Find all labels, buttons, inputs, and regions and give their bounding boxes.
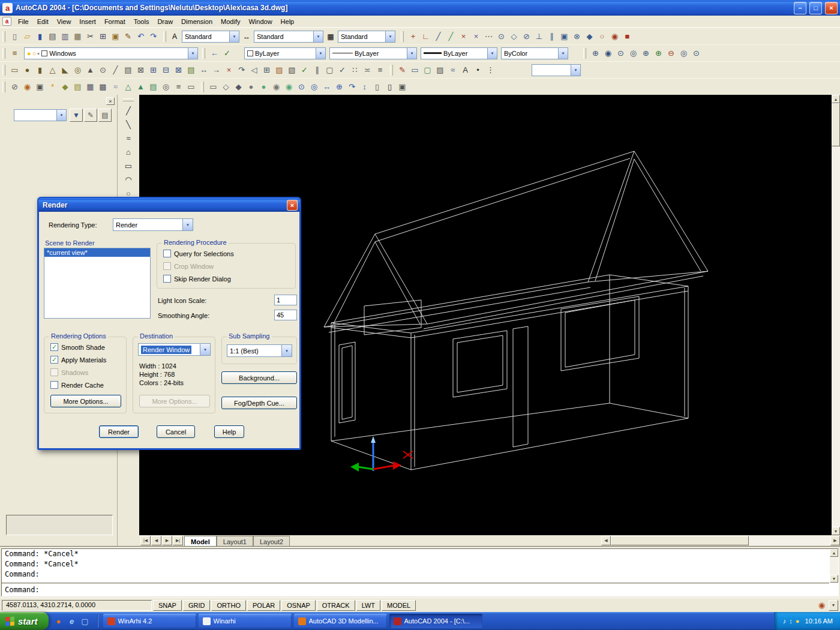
- dropdown-arrow-icon[interactable]: ▼: [487, 48, 497, 59]
- zoom-dynamic-icon[interactable]: ◉: [602, 47, 614, 59]
- menu-edit[interactable]: Edit: [33, 17, 53, 26]
- make-objects-layer-current-icon[interactable]: ✓: [221, 47, 233, 59]
- text-style-combo[interactable]: Standard ▼: [182, 31, 239, 43]
- wipeout-icon[interactable]: ▨: [434, 64, 446, 76]
- temporary-track-point-icon[interactable]: +: [407, 30, 419, 43]
- polar-toggle[interactable]: POLAR: [247, 600, 280, 611]
- dropdown-arrow-icon[interactable]: ▼: [182, 219, 193, 230]
- dropdown-arrow-icon[interactable]: ▼: [281, 345, 292, 356]
- list-item[interactable]: *current view*: [44, 248, 150, 257]
- communication-center-icon[interactable]: ◉: [818, 601, 825, 610]
- command-scrollbar[interactable]: ▲ ▼: [830, 549, 838, 583]
- mirror-3d-icon[interactable]: ≍: [361, 64, 374, 76]
- open-file-icon[interactable]: ▱: [21, 30, 34, 43]
- polygon-icon[interactable]: ⌂: [122, 146, 135, 158]
- prev-tab-button[interactable]: ◀: [151, 536, 161, 545]
- sphere-icon[interactable]: ●: [21, 64, 34, 76]
- flat-shaded-edges-icon[interactable]: ◉: [270, 80, 283, 93]
- scroll-up-icon[interactable]: ▲: [832, 95, 840, 103]
- point-icon[interactable]: •: [472, 64, 484, 76]
- menu-dimension[interactable]: Dimension: [177, 17, 217, 26]
- front-clip-icon[interactable]: ▯: [371, 80, 383, 93]
- snap-to-apparent-intersection-icon[interactable]: ×: [470, 30, 482, 43]
- dropdown-arrow-icon[interactable]: ▼: [229, 31, 239, 42]
- cylinder-icon[interactable]: ▮: [34, 64, 46, 76]
- revision-cloud-icon[interactable]: ≈: [122, 132, 135, 145]
- shell-icon[interactable]: ▢: [323, 64, 336, 76]
- camera-icon[interactable]: ▣: [396, 80, 409, 93]
- dropdown-arrow-icon[interactable]: ▼: [316, 48, 325, 59]
- section-icon[interactable]: ▤: [122, 64, 134, 76]
- zoom-extents-icon[interactable]: ⊙: [690, 47, 703, 59]
- 3d-pan-icon[interactable]: ↔: [320, 80, 333, 93]
- osnap-settings-icon[interactable]: ◉: [608, 30, 621, 43]
- firefox-icon[interactable]: ●: [53, 616, 64, 626]
- snap-to-none-icon[interactable]: ○: [596, 30, 608, 43]
- status-tray-arrow-icon[interactable]: ▼: [829, 600, 838, 611]
- revision-cloud-icon[interactable]: ≈: [446, 64, 459, 76]
- more-options-button[interactable]: More Options...: [50, 395, 121, 407]
- 3d-wireframe-icon[interactable]: ◇: [220, 80, 232, 93]
- copy-icon[interactable]: ⊞: [97, 30, 109, 43]
- dropdown-arrow-icon[interactable]: ▼: [56, 110, 66, 121]
- construction-line-icon[interactable]: ╲: [122, 118, 135, 131]
- line-icon[interactable]: ╱: [122, 104, 135, 117]
- save-icon[interactable]: ▮: [34, 30, 46, 43]
- zoom-scale-icon[interactable]: ⊙: [614, 47, 627, 59]
- cone-icon[interactable]: △: [46, 64, 59, 76]
- interference-icon[interactable]: ⊠: [134, 64, 147, 76]
- rendering-type-combo[interactable]: Render ▼: [113, 218, 193, 231]
- zoom-out-icon[interactable]: ⊖: [665, 47, 677, 59]
- zoom-object-icon[interactable]: ⊕: [640, 47, 652, 59]
- 3d-continuous-orbit-icon[interactable]: ◎: [308, 80, 320, 93]
- menu-tools[interactable]: Tools: [130, 17, 154, 26]
- slice-icon[interactable]: ╱: [109, 64, 122, 76]
- dialog-title-bar[interactable]: Render ×: [38, 198, 300, 212]
- last-tab-button[interactable]: ▶|: [173, 536, 183, 545]
- snap-to-center-icon[interactable]: ⊙: [495, 30, 508, 43]
- 2d-wireframe-icon[interactable]: ▭: [207, 80, 220, 93]
- snap-to-extension-icon[interactable]: ⋯: [482, 30, 495, 43]
- landscape-library-icon[interactable]: ▤: [147, 80, 160, 93]
- dropdown-arrow-icon[interactable]: ▼: [558, 48, 568, 59]
- gouraud-shaded-icon[interactable]: ●: [257, 80, 270, 93]
- hide-icon[interactable]: ⊘: [8, 80, 21, 93]
- snap-to-insert-icon[interactable]: ▣: [558, 30, 571, 43]
- render-button[interactable]: Render: [99, 425, 139, 438]
- dropdown-arrow-icon[interactable]: ▼: [571, 65, 580, 76]
- plot-preview-icon[interactable]: ▥: [59, 30, 71, 43]
- snap-to-intersection-icon[interactable]: ×: [457, 30, 470, 43]
- zoom-center-icon[interactable]: ◎: [627, 47, 640, 59]
- separate-icon[interactable]: ∥: [311, 64, 323, 76]
- background-icon[interactable]: ▩: [97, 80, 109, 93]
- copy-faces-icon[interactable]: ⊞: [260, 64, 273, 76]
- menu-format[interactable]: Format: [100, 17, 130, 26]
- snap-to-tangent-icon[interactable]: ⊘: [520, 30, 533, 43]
- tab-layout1[interactable]: Layout1: [217, 536, 253, 546]
- subtract-icon[interactable]: ⊟: [160, 64, 172, 76]
- named-view-combo[interactable]: ▼: [532, 64, 581, 76]
- box-icon[interactable]: ▭: [8, 64, 21, 76]
- grid-toggle[interactable]: GRID: [183, 600, 211, 611]
- smooth-shade-checkbox[interactable]: ✓ Smooth Shade: [50, 343, 105, 351]
- filter-icon[interactable]: ▼: [70, 109, 83, 122]
- layer-combo[interactable]: ●○▪ Windows ▼: [24, 47, 198, 59]
- snap-from-icon[interactable]: ∟: [419, 30, 432, 43]
- offset-faces-icon[interactable]: →: [210, 64, 223, 76]
- render-window-icon[interactable]: ▭: [185, 80, 197, 93]
- palette-close-icon[interactable]: ×: [106, 97, 115, 105]
- flat-shaded-icon[interactable]: ●: [245, 80, 257, 93]
- dim-style-combo[interactable]: Standard ▼: [254, 31, 323, 43]
- shadows-checkbox[interactable]: Shadows: [50, 368, 88, 376]
- render-cache-checkbox[interactable]: Render Cache: [50, 381, 104, 389]
- scrollbar-thumb[interactable]: [832, 103, 840, 146]
- snap-to-parallel-icon[interactable]: ∥: [545, 30, 558, 43]
- skip-render-dialog-checkbox[interactable]: Skip Render Dialog: [163, 275, 231, 283]
- coordinates-readout[interactable]: 4587.0113, 4310.2714, 0.0000: [2, 600, 152, 611]
- redo-icon[interactable]: ↷: [147, 30, 160, 43]
- back-clip-icon[interactable]: ▯: [383, 80, 396, 93]
- snap-to-nearest-icon[interactable]: ◆: [583, 30, 596, 43]
- light-icon-scale-input[interactable]: [274, 295, 297, 305]
- task-winarhi-42[interactable]: WinArhi 4.2: [103, 614, 196, 628]
- revolve-icon[interactable]: ⊙: [97, 64, 109, 76]
